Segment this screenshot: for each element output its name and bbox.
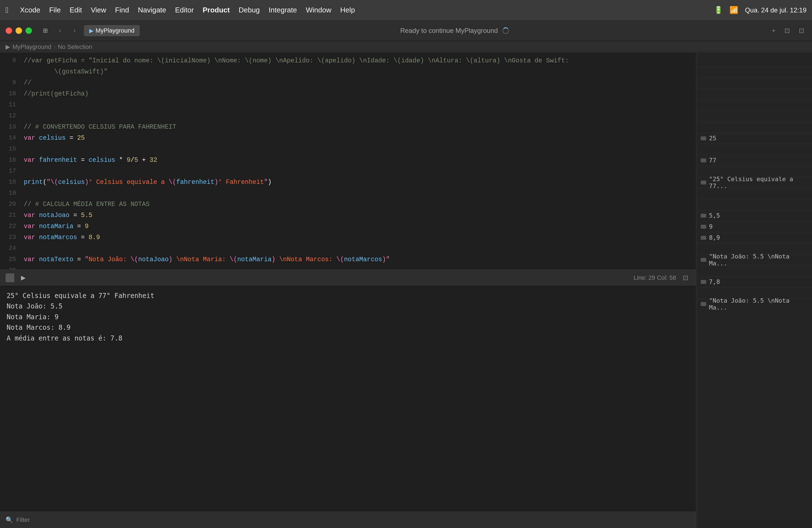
menubar-right: 🔋 📶 Qua. 24 de jul. 12:19 [714,6,807,14]
menu-item-find[interactable]: Find [115,6,129,14]
breadcrumb-root[interactable]: MyPlayground [12,43,52,50]
wifi-icon: 📶 [729,6,738,14]
code-line-25: var notaTexto = "Nota João: \(notaJoao) … [24,254,696,265]
menu-item-file[interactable]: File [49,6,61,14]
result-empty-10 [696,88,812,99]
result-line-27: 7,8 [696,276,812,287]
code-editor[interactable]: 8 9 10 11 12 13 14 15 16 17 18 19 20 21 … [0,53,696,269]
result-icon-27 [701,280,706,284]
result-line-25: "Nota João: 5.5 \nNota Ma... [696,254,812,265]
menu-item-xcode[interactable]: Xcode [20,6,40,14]
code-line-18: print("\(celsius)° Celsius equivale a \(… [24,177,696,188]
code-line-24 [24,243,696,254]
minimize-button[interactable] [15,27,22,34]
result-value-22: 9 [709,223,713,230]
result-empty-13 [696,121,812,133]
editor-area: 8 9 10 11 12 13 14 15 16 17 18 19 20 21 … [0,53,696,528]
line-num-13: 13 [0,121,16,133]
result-empty-28 [696,287,812,298]
nav-forward-button[interactable]: › [70,26,79,35]
result-icon-18 [701,180,706,185]
main-content: 8 9 10 11 12 13 14 15 16 17 18 19 20 21 … [0,53,812,528]
code-line-22: var notaMaria = 9 [24,221,696,232]
result-value-27: 7,8 [709,278,720,285]
line-num-16: 16 [0,155,16,166]
result-sidebar: 25 77 "25° Celsius equivale a 77... 5,5 … [696,53,812,528]
traffic-lights [5,27,32,34]
menu-item-window[interactable]: Window [306,6,331,14]
code-line-23: var notaMarcos = 8.9 [24,232,696,243]
playground-tab-icon: ▶ [89,27,93,34]
line-num-20: 20 [0,199,16,210]
play-button[interactable]: ▶ [19,274,28,282]
menu-item-debug[interactable]: Debug [238,6,260,14]
result-empty-8b [696,66,812,77]
result-value-21: 5,5 [709,212,720,219]
result-line-23: 8,9 [696,232,812,243]
code-line-10: //print(getFicha) [24,88,696,99]
menu-item-product[interactable]: Product [203,6,230,14]
breadcrumb-icon: ▶ [5,43,10,50]
line-num-15: 15 [0,144,16,155]
nav-back-button[interactable]: ‹ [55,26,65,35]
result-line-21: 5,5 [696,210,812,221]
tab-container: ▶ MyPlayground [84,25,140,36]
code-line-14: var celsius = 25 [24,133,696,144]
result-value-16: 77 [709,157,716,164]
menu-item-editor[interactable]: Editor [175,6,194,14]
menu-item-navigate[interactable]: Navigate [138,6,166,14]
add-tab-button[interactable]: + [769,26,778,35]
line-num-11: 11 [0,99,16,111]
menu-item-view[interactable]: View [91,6,106,14]
apple-logo[interactable]:  [5,6,8,15]
toolbar: ⊞ ‹ › ▶ MyPlayground Ready to continue M… [0,20,812,41]
result-empty-17 [696,166,812,177]
console-line-4: Nota Marcos: 8.9 [6,322,690,333]
playground-tab[interactable]: ▶ MyPlayground [84,25,140,36]
battery-icon: 🔋 [714,6,723,14]
line-numbers: 8 9 10 11 12 13 14 15 16 17 18 19 20 21 … [0,53,19,269]
result-line-16: 77 [696,155,812,166]
sidebar-toggle-button[interactable]: ⊞ [40,26,51,35]
datetime-display: Qua. 24 de jul. 12:19 [745,6,807,14]
code-line-21: var notaJoao = 5.5 [24,210,696,221]
result-empty-9 [696,77,812,88]
code-line-26 [24,265,696,269]
line-num-22: 22 [0,221,16,232]
result-empty-26 [696,265,812,276]
code-line-11 [24,99,696,111]
result-empty-20 [696,199,812,210]
split-editor-button[interactable]: ⊡ [782,26,792,35]
line-num-24: 24 [0,243,16,254]
code-line-16: var fahrenheit = celsius * 9/5 + 32 [24,155,696,166]
close-button[interactable] [5,27,12,34]
line-num-14: 14 [0,133,16,144]
result-icon-22 [701,225,706,229]
result-line-18: "25° Celsius equivale a 77... [696,177,812,188]
code-line-17 [24,166,696,177]
console-output: 25° Celsius equivale a 77° Fahrenheit No… [0,286,696,511]
line-num-17: 17 [0,166,16,177]
result-value-23: 8,9 [709,234,720,241]
menu-item-integrate[interactable]: Integrate [269,6,297,14]
line-num-10: 10 [0,88,16,99]
expand-console-button[interactable]: ⊡ [681,273,691,283]
result-icon-21 [701,214,706,218]
result-empty-19 [696,188,812,199]
code-content[interactable]: //var getFicha = "Inicial do nome: \(ini… [19,53,696,269]
result-value-25: "Nota João: 5.5 \nNota Ma... [709,253,808,267]
line-num-9: 9 [0,77,16,88]
stop-button[interactable] [5,274,14,282]
maximize-button[interactable] [25,27,32,34]
menu-item-edit[interactable]: Edit [70,6,82,14]
line-num-12: 12 [0,111,16,121]
code-line-19 [24,188,696,199]
result-empty-11 [696,99,812,111]
breadcrumb-selection[interactable]: No Selection [58,43,92,50]
result-empty-24 [696,243,812,254]
code-line-8: //var getFicha = "Inicial do nome: \(ini… [24,55,696,66]
right-panel-toggle[interactable]: ⊡ [797,26,807,35]
menu-item-help[interactable]: Help [340,6,355,14]
bottom-bar-divider: ▶ Line: 29 Col: 58 ⊡ [0,269,696,286]
code-line-8b: \(gostaSwift)" [24,66,696,77]
